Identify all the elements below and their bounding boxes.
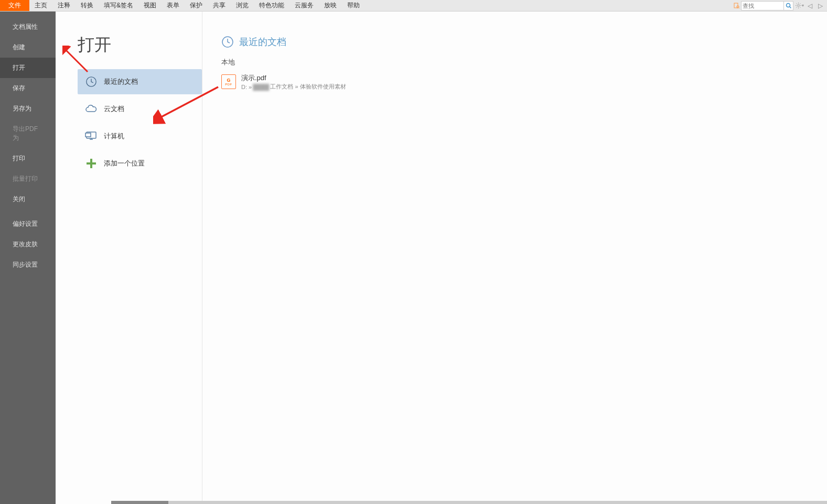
menu-item-7[interactable]: 保护: [185, 0, 208, 11]
recent-file-row[interactable]: GPDF演示.pdfD: » ████工作文档 » 体验软件使用素材: [221, 71, 827, 93]
location-item-clock[interactable]: 最近的文档: [78, 69, 202, 94]
sidebar-item-8[interactable]: 关闭: [0, 189, 56, 210]
svg-line-4: [789, 6, 791, 8]
menu-item-0[interactable]: 文件: [0, 0, 29, 11]
location-label: 最近的文档: [104, 77, 138, 86]
plus-icon: [85, 157, 98, 170]
recent-heading: 最近的文档: [239, 36, 286, 48]
menu-item-5[interactable]: 视图: [138, 0, 162, 11]
sidebar-item-1[interactable]: 创建: [0, 37, 56, 58]
menu-right-tools: ▾ ◁ ▷: [733, 0, 827, 11]
clock-icon: [85, 75, 98, 88]
sidebar-item-7: 批量打印: [0, 169, 56, 189]
menu-item-10[interactable]: 特色功能: [254, 0, 289, 11]
menu-bar: 文件主页注释转换填写&签名视图表单保护共享浏览特色功能云服务放映帮助 ▾ ◁ ▷: [0, 0, 827, 12]
open-locations-panel: 打开 最近的文档云文档计算机添加一个位置: [56, 12, 202, 504]
sidebar-item-3[interactable]: 保存: [0, 78, 56, 98]
file-sidebar: 文档属性创建打开保存另存为导出PDF为打印批量打印关闭偏好设置更改皮肤同步设置: [0, 12, 56, 504]
search-button[interactable]: [783, 2, 793, 10]
menu-item-2[interactable]: 注释: [52, 0, 76, 11]
menu-item-3[interactable]: 转换: [76, 0, 99, 11]
recent-sub-label: 本地: [221, 58, 827, 67]
menu-item-9[interactable]: 浏览: [231, 0, 254, 11]
settings-gear-icon[interactable]: ▾: [794, 1, 804, 10]
sidebar-item-10[interactable]: 更改皮肤: [0, 234, 56, 255]
svg-point-5: [797, 5, 799, 7]
search-field-wrap: [741, 1, 793, 10]
location-item-computer[interactable]: 计算机: [78, 124, 202, 149]
svg-rect-12: [87, 162, 96, 165]
search-input[interactable]: [742, 3, 783, 9]
bottom-strip: [111, 501, 827, 504]
recent-files-panel: 最近的文档 本地 GPDF演示.pdfD: » ████工作文档 » 体验软件使…: [202, 12, 827, 504]
location-label: 计算机: [104, 132, 124, 141]
menu-item-11[interactable]: 云服务: [289, 0, 319, 11]
menu-item-1[interactable]: 主页: [29, 0, 52, 11]
sidebar-item-9[interactable]: 偏好设置: [0, 214, 56, 234]
sidebar-item-4[interactable]: 另存为: [0, 98, 56, 119]
sidebar-item-2[interactable]: 打开: [0, 58, 56, 78]
sidebar-item-5: 导出PDF为: [0, 119, 56, 148]
location-item-plus[interactable]: 添加一个位置: [78, 151, 202, 176]
svg-rect-0: [734, 3, 738, 8]
clock-icon: [221, 36, 234, 48]
pdf-file-icon: GPDF: [221, 74, 236, 89]
sidebar-item-6[interactable]: 打印: [0, 148, 56, 169]
file-name: 演示.pdf: [241, 73, 346, 83]
location-item-cloud[interactable]: 云文档: [78, 96, 202, 122]
sidebar-item-11[interactable]: 同步设置: [0, 255, 56, 275]
computer-icon: [85, 130, 98, 143]
menu-item-4[interactable]: 填写&签名: [99, 0, 138, 11]
menu-item-13[interactable]: 帮助: [342, 0, 365, 11]
menu-item-6[interactable]: 表单: [162, 0, 185, 11]
svg-point-3: [786, 3, 790, 7]
sidebar-item-0[interactable]: 文档属性: [0, 17, 56, 37]
content-area: 打开 最近的文档云文档计算机添加一个位置 最近的文档 本地 GPDF演示.pdf…: [56, 12, 827, 504]
menu-item-8[interactable]: 共享: [208, 0, 231, 11]
svg-rect-8: [85, 133, 91, 137]
page-title: 打开: [78, 34, 202, 57]
nav-next-icon[interactable]: ▷: [815, 1, 825, 10]
menu-item-12[interactable]: 放映: [319, 0, 342, 11]
location-label: 添加一个位置: [104, 159, 145, 168]
svg-line-2: [739, 7, 739, 8]
file-path: D: » ████工作文档 » 体验软件使用素材: [241, 83, 346, 91]
cloud-icon: [85, 103, 98, 115]
nav-prev-icon[interactable]: ◁: [805, 1, 814, 10]
find-page-icon[interactable]: [733, 2, 741, 10]
location-label: 云文档: [104, 104, 124, 114]
